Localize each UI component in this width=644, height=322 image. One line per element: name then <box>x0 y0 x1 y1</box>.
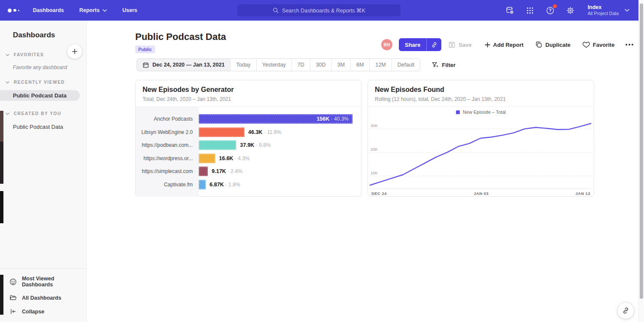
page-scrollbar[interactable] <box>638 0 644 322</box>
collapse-sidebar-button[interactable]: Collapse <box>9 308 86 315</box>
bar-segment[interactable] <box>199 140 236 150</box>
date-range-control: Dec 24, 2020 — Jan 13, 2021 Today Yester… <box>137 58 420 71</box>
favorite-button[interactable]: Favorite <box>583 41 615 48</box>
chevron-down-icon <box>6 112 9 115</box>
preset-7d[interactable]: 7D <box>292 59 310 71</box>
bar-segment[interactable] <box>199 180 206 189</box>
visibility-badge[interactable]: Public <box>135 46 155 53</box>
bar-value-label: 9.17K · 2.4% <box>212 167 242 176</box>
nav-item-label: Dashboards <box>33 7 64 13</box>
bar-segment[interactable] <box>199 154 215 163</box>
filter-button[interactable]: Filter <box>431 61 456 68</box>
nav-item-reports[interactable]: Reports <box>79 7 107 13</box>
sidebar-item-public-podcast-data[interactable]: Public Podcast Data <box>0 90 86 101</box>
avatar[interactable]: RH <box>381 39 392 50</box>
nav-item-label: Users <box>122 7 137 13</box>
project-switcher[interactable]: Index All Project Data <box>588 4 629 16</box>
bar-row: https://wordpress.or...16.6K · 4.3% <box>136 154 361 163</box>
date-range-label: Dec 24, 2020 — Jan 13, 2021 <box>152 62 225 68</box>
project-name: Index <box>588 4 619 11</box>
sidebar-item-public-podcast-data-created[interactable]: Public Podcast Data <box>0 122 86 132</box>
x-tick: DEC 24 <box>371 191 387 196</box>
nav-item-dashboards[interactable]: Dashboards <box>33 7 64 13</box>
chevron-down-icon <box>6 54 9 56</box>
save-button[interactable]: Save <box>448 41 471 49</box>
bar-category-label: https://simplecast.com <box>136 167 193 176</box>
preset-3m[interactable]: 3M <box>331 59 350 71</box>
floating-copy-link-button[interactable] <box>617 302 634 319</box>
project-subtitle: All Project Data <box>588 11 619 16</box>
apps-grid-icon[interactable] <box>526 6 535 15</box>
add-report-button[interactable]: Add Report <box>485 42 524 48</box>
bar-row: Anchor Podcasts156K · 40.3% <box>136 114 361 124</box>
svg-text:?: ? <box>549 8 551 13</box>
section-label: FAVORITES <box>14 52 44 57</box>
bar-category-label: https://wordpress.or... <box>136 154 193 163</box>
sidebar-section-recently-viewed[interactable]: RECENTLY VIEWED <box>6 80 86 85</box>
help-icon[interactable]: ? <box>546 6 555 15</box>
preset-today[interactable]: Today <box>230 59 256 71</box>
copy-icon <box>535 41 542 48</box>
chart-legend[interactable]: New Episode – Total <box>368 107 594 117</box>
plus-icon <box>485 42 490 48</box>
data-management-icon[interactable] <box>505 6 515 15</box>
line-series[interactable] <box>370 124 591 185</box>
bar-category-label: https://podbean.com... <box>136 140 193 150</box>
link-icon <box>431 42 437 48</box>
brand-logo-icon[interactable] <box>8 9 19 12</box>
date-range-button[interactable]: Dec 24, 2020 — Jan 13, 2021 <box>137 59 230 71</box>
line-chart-svg[interactable]: 10K20K30K <box>370 117 591 189</box>
card-title: New Episodes Found <box>375 86 587 94</box>
chevron-down-icon <box>103 9 107 12</box>
bar-row: Captivate.fm6.87K · 1.8% <box>136 180 361 189</box>
add-report-label: Add Report <box>493 42 524 48</box>
chevron-down-icon <box>6 81 9 84</box>
most-viewed-dashboards-button[interactable]: Most Viewed Dashboards <box>9 276 86 288</box>
x-tick: JAN 13 <box>575 191 590 196</box>
heart-icon <box>583 41 590 48</box>
add-dashboard-button[interactable] <box>67 44 82 59</box>
bar-value-label: 37.9K · 9.8% <box>240 140 270 150</box>
sidebar-item-label: Public Podcast Data <box>13 92 67 99</box>
x-axis-labels: DEC 24 JAN 03 JAN 13 <box>368 191 594 196</box>
section-label: RECENTLY VIEWED <box>14 80 65 85</box>
plus-icon <box>72 49 78 55</box>
bar-segment[interactable] <box>199 167 208 176</box>
folder-icon <box>9 294 17 301</box>
card-subtitle: Rolling (12 hours), total, Dec 24th, 202… <box>375 96 587 102</box>
bar-segment[interactable]: 156K · 40.3% <box>199 114 352 124</box>
x-tick: JAN 03 <box>474 191 489 196</box>
bar-segment[interactable] <box>199 128 244 137</box>
chevron-down-icon <box>625 9 629 12</box>
search-icon <box>273 7 279 13</box>
search-placeholder: Search Dashboards & Reports ⌘K <box>282 7 365 14</box>
preset-default[interactable]: Default <box>392 59 420 71</box>
legend-label: New Episode – Total <box>463 109 506 115</box>
bar-value-label: 16.6K · 4.3% <box>219 154 249 163</box>
share-button-label[interactable]: Share <box>399 38 426 51</box>
bar-category-label: Captivate.fm <box>136 180 193 189</box>
preset-12m[interactable]: 12M <box>369 59 391 71</box>
sidebar-item-label: Public Podcast Data <box>13 124 63 130</box>
sidebar: Dashboards FAVORITES Favorite any dashbo… <box>0 21 87 322</box>
nav-item-users[interactable]: Users <box>122 7 137 13</box>
favorites-empty-hint: Favorite any dashboard <box>13 64 86 70</box>
scrollbar-thumb[interactable] <box>640 3 643 299</box>
settings-gear-icon[interactable] <box>566 6 575 15</box>
search-input[interactable]: Search Dashboards & Reports ⌘K <box>237 4 401 16</box>
preset-6m[interactable]: 6M <box>350 59 369 71</box>
preset-yesterday[interactable]: Yesterday <box>256 59 292 71</box>
footer-item-label: Collapse <box>22 309 44 315</box>
screen-edge-artifact <box>0 142 3 184</box>
all-dashboards-button[interactable]: All Dashboards <box>9 294 86 301</box>
screen-edge-artifact <box>0 191 3 223</box>
share-button[interactable]: Share <box>399 38 441 51</box>
preset-30d[interactable]: 30D <box>310 59 331 71</box>
sidebar-section-created-by-you[interactable]: CREATED BY YOU <box>6 111 86 116</box>
copy-link-button[interactable] <box>426 38 441 51</box>
save-button-label: Save <box>459 42 471 48</box>
bar-rows: Anchor Podcasts156K · 40.3%Libsyn WebEng… <box>136 107 361 197</box>
more-options-button[interactable] <box>626 44 633 46</box>
duplicate-button[interactable]: Duplicate <box>535 41 571 48</box>
favorite-label: Favorite <box>593 42 615 48</box>
